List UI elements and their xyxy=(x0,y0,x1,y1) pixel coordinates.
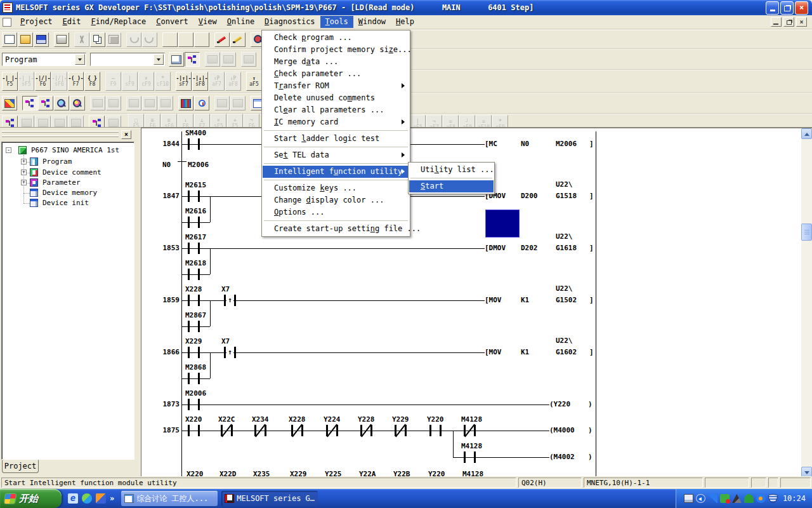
device-test-1-button[interactable] xyxy=(126,96,141,110)
taskbar-clock[interactable]: 10:24 xyxy=(783,494,806,503)
module-c-button[interactable] xyxy=(241,52,256,67)
launcher-tray-icon[interactable] xyxy=(732,494,742,503)
expand-icon[interactable]: + xyxy=(21,170,27,175)
monitor-stop-button[interactable] xyxy=(106,96,121,110)
expand-icon[interactable]: + xyxy=(21,180,27,185)
cut-button[interactable] xyxy=(74,32,89,47)
menubar-item[interactable]: Diagnostics xyxy=(259,16,320,28)
device-test-3-button[interactable] xyxy=(158,96,173,110)
tree-item[interactable]: +Device comment xyxy=(2,168,134,178)
menu-item[interactable]: Set TEL data xyxy=(263,149,409,161)
ladder-display-button[interactable] xyxy=(22,96,37,110)
save-button[interactable] xyxy=(34,32,49,47)
minimize-button[interactable] xyxy=(766,1,779,15)
tree-item[interactable]: -P667 SINO AMERICA 1st xyxy=(2,145,134,156)
menu-item[interactable]: Customize keys ... xyxy=(263,182,409,194)
copy-button[interactable] xyxy=(90,32,105,47)
comment-display-button[interactable] xyxy=(38,96,53,110)
ladder-symbol-cF10-button[interactable]: *cF10 xyxy=(155,72,171,91)
ladder-symbol-aF5-button[interactable]: ↑aF5 xyxy=(246,72,262,91)
panel-close-icon[interactable]: × xyxy=(121,130,131,139)
taskbar-task-button[interactable]: 综合讨论 工控人... xyxy=(121,491,218,506)
child-close-button[interactable]: × xyxy=(796,17,807,27)
undo-button[interactable] xyxy=(126,32,141,47)
menu-item[interactable]: Start xyxy=(409,180,494,192)
ladder-symbol-F5-button[interactable]: -| |-F5 xyxy=(2,72,18,91)
menu-item[interactable]: Utility list ... xyxy=(409,164,494,176)
module-a-button[interactable] xyxy=(205,52,220,67)
tree-item[interactable]: Device init xyxy=(2,198,134,208)
ladder-symbol-sF5-button[interactable]: -| |-sF5 xyxy=(18,72,34,91)
menu-item[interactable]: Intelligent function utility xyxy=(263,166,409,178)
vertical-scrollbar[interactable] xyxy=(801,128,812,478)
ladder-symbol-F6-button[interactable]: -|/|-F6 xyxy=(35,72,51,91)
redo-button[interactable] xyxy=(142,32,157,47)
start-button[interactable]: 开始 xyxy=(0,489,62,508)
find-device-button[interactable] xyxy=(54,96,69,110)
ladder-symbol-F9-button[interactable]: —F9 xyxy=(105,72,121,91)
menubar-item[interactable]: Find/Replace xyxy=(86,16,152,28)
project-data-list-button[interactable] xyxy=(169,52,184,67)
new-button[interactable] xyxy=(2,32,17,47)
menubar-item[interactable]: Window xyxy=(353,16,391,28)
scroll-thumb[interactable] xyxy=(801,224,812,241)
paste-button[interactable] xyxy=(106,32,121,47)
ladder-symbol-sF9-button[interactable]: |sF9 xyxy=(122,72,138,91)
shield-tray-icon[interactable] xyxy=(768,494,778,503)
child-minimize-button[interactable] xyxy=(771,17,782,27)
scroll-up-icon[interactable] xyxy=(801,128,812,139)
find-replace-button[interactable] xyxy=(178,32,193,47)
ladder-symbol-sF8-button[interactable]: -|↓|-sF8 xyxy=(192,72,208,91)
collapse-icon[interactable]: - xyxy=(6,147,11,153)
project-tree[interactable]: -P667 SINO AMERICA 1st+Program+Device co… xyxy=(1,142,134,460)
menubar-item[interactable]: Online xyxy=(222,16,259,28)
find-contact-button[interactable] xyxy=(70,96,85,110)
find-device-combo[interactable] xyxy=(90,53,165,66)
monitor-start-button[interactable] xyxy=(90,96,105,110)
tree-item[interactable]: +Parameter xyxy=(2,178,134,188)
msn-quicklaunch-icon[interactable] xyxy=(82,493,92,504)
menu-item[interactable]: Clear all parameters ... xyxy=(263,104,409,116)
menu-item[interactable]: Confirm project memory size... xyxy=(263,44,409,56)
menu-item[interactable]: Check program ... xyxy=(263,32,409,44)
print-button[interactable] xyxy=(54,32,69,47)
menubar-item[interactable]: View xyxy=(193,16,222,28)
close-button[interactable]: × xyxy=(795,1,808,15)
ladder-symbol-aF8-button[interactable]: ↓PaF8 xyxy=(225,72,241,91)
open-button[interactable] xyxy=(18,32,33,47)
find-string-button[interactable] xyxy=(194,32,209,47)
tree-item[interactable]: +Program xyxy=(2,157,134,167)
taskbar-task-button[interactable]: MELSOFT series G... xyxy=(221,491,318,506)
ladder-symbol-sF7-button[interactable]: -|↑|-sF7 xyxy=(176,72,192,91)
tree-item[interactable]: Device memory xyxy=(2,188,134,198)
chevron-down-icon[interactable] xyxy=(154,54,164,65)
tab-project[interactable]: Project xyxy=(2,460,39,473)
ladder-symbol-F7-button[interactable]: -( )-F7 xyxy=(68,72,84,91)
menu-item[interactable]: Merge data ... xyxy=(263,56,409,68)
menu-item[interactable]: Start ladder logic test xyxy=(263,133,409,145)
ladder-symbol-aF7-button[interactable]: ↑PaF7 xyxy=(209,72,225,91)
menu-item[interactable]: IC memory card xyxy=(263,116,409,128)
menu-item[interactable]: Options ... xyxy=(263,206,409,218)
menu-item[interactable]: Transfer ROM xyxy=(263,80,409,92)
find-button[interactable] xyxy=(162,32,178,47)
ladder-symbol-sF6-button[interactable]: -|/|-sF6 xyxy=(51,72,67,91)
device-test-2-button[interactable] xyxy=(142,96,157,110)
menu-item[interactable]: Change display color ... xyxy=(263,194,409,206)
keyboard-tray-icon[interactable] xyxy=(684,494,693,503)
program-select[interactable]: Program xyxy=(2,53,86,66)
title-bar[interactable]: MELSOFT series GX Developer F:\SST\polis… xyxy=(0,0,812,15)
menu-item[interactable]: Check parameter ... xyxy=(263,68,409,80)
overflow-chevron-icon[interactable]: » xyxy=(110,494,114,503)
menu-item[interactable]: Delete unused comments xyxy=(263,92,409,104)
entry-data-monitor-button[interactable] xyxy=(194,96,209,110)
data-tree-button[interactable] xyxy=(185,52,200,67)
menubar-item[interactable]: Help xyxy=(391,16,419,28)
device-batch-monitor-button[interactable] xyxy=(178,96,193,110)
pen-red-button[interactable] xyxy=(214,32,230,47)
ladder-symbol-F8-button[interactable]: { }F8 xyxy=(84,72,100,91)
panel-grip[interactable] xyxy=(2,135,119,137)
pen-yellow-button[interactable] xyxy=(230,32,246,47)
menubar-item[interactable]: Project xyxy=(15,16,58,28)
ladder-symbol-cF9-button[interactable]: ×cF9 xyxy=(138,72,154,91)
